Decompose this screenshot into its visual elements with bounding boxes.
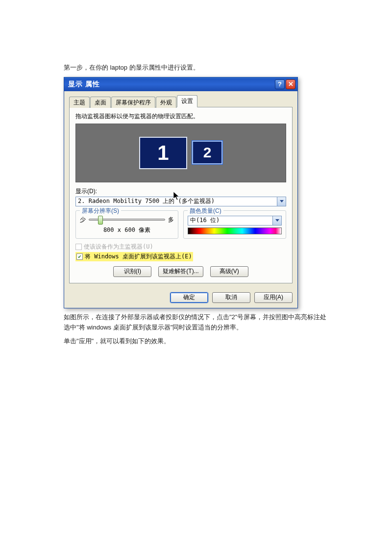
outro-paragraph-2: 单击"应用"，就可以看到如下的效果。	[64, 336, 328, 347]
troubleshoot-button[interactable]: 疑难解答(T)...	[158, 266, 203, 277]
color-quality-group: 颜色质量(C) 中(16 位)	[183, 210, 286, 239]
slider-less-label: 少	[80, 216, 86, 224]
primary-monitor-checkbox-row: 使该设备作为主监视器(U)	[75, 243, 286, 251]
extend-desktop-checkbox[interactable]: ✔	[76, 253, 83, 260]
resolution-group: 屏幕分辨率(S) 少 多 800 x 600 像素	[75, 210, 178, 239]
cancel-button[interactable]: 取消	[212, 292, 250, 303]
tab-appearance[interactable]: 外观	[156, 97, 176, 108]
window-title: 显示 属性	[68, 80, 274, 89]
outro-paragraph-1: 如图所示，在连接了外部显示器或者投影仪的情况下，点击"2"号屏幕，并按照图中高亮…	[64, 312, 328, 333]
titlebar: 显示 属性 ? ✕	[64, 77, 297, 91]
monitor-arrangement[interactable]: 1 2	[75, 124, 286, 182]
resolution-value: 800 x 600 像素	[80, 226, 174, 234]
ok-button[interactable]: 确定	[170, 292, 208, 303]
primary-monitor-label: 使该设备作为主监视器(U)	[84, 243, 153, 251]
slider-more-label: 多	[168, 216, 174, 224]
color-select-arrow[interactable]	[273, 216, 282, 226]
drag-hint: 拖动监视器图标以便与监视器的物理设置匹配。	[75, 112, 286, 121]
chevron-down-icon	[275, 219, 279, 222]
slider-thumb[interactable]	[98, 216, 103, 225]
monitor-1[interactable]: 1	[139, 137, 187, 169]
resolution-slider[interactable]	[89, 219, 165, 221]
advanced-button[interactable]: 高级(V)	[210, 266, 248, 277]
tab-screensaver[interactable]: 屏幕保护程序	[111, 97, 155, 108]
chevron-down-icon	[280, 200, 284, 202]
identify-button[interactable]: 识别(I)	[113, 266, 151, 277]
display-select[interactable]: 2. Radeon Mobility 7500 上的 (多个监视器)	[75, 197, 277, 206]
color-legend: 颜色质量(C)	[188, 207, 223, 215]
intro-paragraph: 第一步，在你的 laptop 的显示属性中进行设置。	[64, 63, 328, 73]
display-select-arrow[interactable]	[277, 197, 286, 206]
color-preview-bar	[188, 227, 282, 234]
tab-settings[interactable]: 设置	[177, 95, 197, 107]
monitor-2[interactable]: 2	[192, 141, 222, 164]
close-button[interactable]: ✕	[286, 79, 295, 89]
tab-desktop[interactable]: 桌面	[90, 97, 111, 108]
extend-desktop-checkbox-row[interactable]: ✔ 将 Windows 桌面扩展到该监视器上(E)	[75, 252, 193, 261]
display-label: 显示(D):	[75, 187, 286, 196]
primary-monitor-checkbox	[75, 244, 82, 250]
resolution-legend: 屏幕分辨率(S)	[80, 207, 121, 215]
tab-strip: 主题 桌面 屏幕保护程序 外观 设置	[69, 95, 293, 107]
apply-button[interactable]: 应用(A)	[254, 292, 293, 303]
display-properties-dialog: 显示 属性 ? ✕ 主题 桌面 屏幕保护程序 外观 设置 拖动监视器图标以便与监…	[64, 77, 298, 308]
tab-theme[interactable]: 主题	[69, 97, 90, 108]
help-button[interactable]: ?	[275, 79, 285, 89]
settings-panel: 拖动监视器图标以便与监视器的物理设置匹配。 1 2 显示(D): 2. Rade…	[69, 107, 293, 283]
color-quality-select[interactable]: 中(16 位)	[188, 216, 273, 226]
extend-desktop-label: 将 Windows 桌面扩展到该监视器上(E)	[85, 252, 192, 261]
